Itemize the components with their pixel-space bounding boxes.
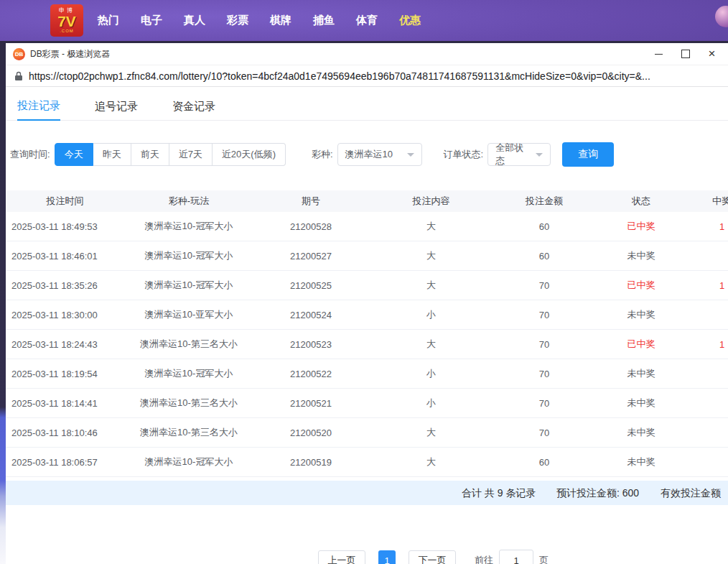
cell-amount: 60 [494, 251, 594, 262]
app-icon: DB [13, 48, 25, 60]
cell-game: 澳洲幸运10-亚军大小 [124, 308, 253, 321]
nav-item-4[interactable]: 棋牌 [259, 14, 302, 27]
cell-status: 已中奖 [594, 279, 688, 292]
url-bar[interactable]: https://ctop02pchwp1.zfnc84.com/lottery/… [6, 65, 728, 87]
cell-time: 2025-03-11 18:24:43 [6, 339, 124, 350]
time-filter-group: 今天昨天前天近7天近20天(低频) [55, 143, 286, 166]
maximize-icon [681, 50, 690, 58]
nav-item-5[interactable]: 捕鱼 [302, 14, 345, 27]
summary-total: 合计 共 9 条记录 [462, 481, 536, 505]
next-page-button[interactable]: 下一页 [409, 550, 456, 564]
cell-time: 2025-03-11 18:35:26 [6, 280, 124, 291]
page-unit-label: 页 [539, 554, 549, 564]
minimize-button[interactable] [645, 43, 672, 65]
table-row: 2025-03-11 18:46:01澳洲幸运10-冠军大小21200527大6… [6, 241, 728, 271]
logo-bottom-text: .COM [60, 29, 74, 33]
time-option-2[interactable]: 前天 [131, 143, 169, 166]
filter-row: 查询时间: 今天昨天前天近7天近20天(低频) 彩种: 澳洲幸运10 订单状态:… [6, 142, 728, 167]
cell-amount: 70 [494, 280, 594, 291]
cell-status: 已中奖 [594, 338, 688, 351]
cell-game: 澳洲幸运10-第三名大小 [124, 397, 253, 410]
maximize-button[interactable] [672, 43, 699, 65]
cell-amount: 70 [494, 427, 594, 438]
nav-item-6[interactable]: 体育 [345, 14, 388, 27]
record-tabs: 投注记录追号记录资金记录 [6, 91, 728, 121]
cell-game: 澳洲幸运10-冠军大小 [124, 367, 253, 380]
goto-page-input[interactable] [499, 550, 533, 564]
column-header-6: 中奖金额 [688, 195, 728, 208]
minimize-icon [655, 54, 663, 55]
cell-amount: 70 [494, 339, 594, 350]
cell-status: 未中奖 [594, 308, 688, 321]
cell-issue: 21200521 [253, 398, 368, 409]
user-avatar[interactable] [715, 6, 728, 27]
column-header-1: 彩种-玩法 [124, 195, 253, 208]
cell-amount: 60 [494, 457, 594, 468]
status-select[interactable]: 全部状态 [487, 143, 551, 166]
column-header-4: 投注金额 [494, 195, 594, 208]
cell-amount: 70 [494, 310, 594, 320]
table-row: 2025-03-11 18:14:41澳洲幸运10-第三名大小21200521小… [6, 389, 728, 418]
chevron-down-icon [407, 153, 414, 157]
summary-expected-amount: 预计投注金额: 600 [556, 481, 639, 505]
table-row: 2025-03-11 18:30:00澳洲幸运10-亚军大小21200524小7… [6, 300, 728, 330]
cell-content: 大 [368, 456, 494, 468]
site-logo[interactable]: 申博 7V .COM [50, 4, 83, 37]
nav-item-1[interactable]: 电子 [130, 14, 173, 27]
table-row: 2025-03-11 18:19:54澳洲幸运10-冠军大小21200522小7… [6, 359, 728, 389]
lottery-select[interactable]: 澳洲幸运10 [337, 143, 422, 166]
lottery-select-value: 澳洲幸运10 [345, 148, 393, 161]
cell-win: 1 [688, 339, 728, 350]
table-row: 2025-03-11 18:35:26澳洲幸运10-冠军大小21200525大7… [6, 271, 728, 300]
cell-win: 1 [688, 221, 728, 232]
time-option-3[interactable]: 近7天 [169, 143, 213, 166]
cell-game: 澳洲幸运10-冠军大小 [124, 220, 253, 233]
cell-content: 大 [368, 426, 494, 439]
current-page-button[interactable]: 1 [378, 550, 396, 564]
table-row: 2025-03-11 18:49:53澳洲幸运10-冠军大小21200528大6… [6, 212, 728, 241]
tab-2[interactable]: 资金记录 [172, 92, 215, 120]
cell-amount: 60 [494, 221, 594, 232]
tab-1[interactable]: 追号记录 [95, 92, 138, 120]
cell-status: 未中奖 [594, 367, 688, 380]
cell-issue: 21200525 [253, 280, 368, 291]
cell-issue: 21200523 [253, 339, 368, 350]
summary-valid-amount: 有效投注金额 [661, 481, 721, 505]
cell-content: 小 [368, 397, 494, 410]
logo-main-text: 7V [57, 14, 76, 29]
cell-issue: 21200528 [253, 221, 368, 232]
cell-status: 未中奖 [594, 249, 688, 262]
cell-win: 1 [688, 280, 728, 291]
nav-item-7[interactable]: 优惠 [388, 14, 431, 27]
bet-record-table: 投注时间彩种-玩法期号投注内容投注金额状态中奖金额 2025-03-11 18:… [6, 190, 728, 477]
summary-bar: 合计 共 9 条记录 预计投注金额: 600 有效投注金额 [6, 481, 728, 505]
cell-issue: 21200519 [253, 457, 368, 468]
site-topbar: 申博 7V .COM 热门电子真人彩票棋牌捕鱼体育优惠 [0, 0, 728, 41]
cell-content: 大 [368, 338, 494, 351]
table-body: 2025-03-11 18:49:53澳洲幸运10-冠军大小21200528大6… [6, 212, 728, 477]
time-option-1[interactable]: 昨天 [93, 143, 131, 166]
close-button[interactable]: × [699, 43, 725, 65]
browser-window: DB DB彩票 - 极速浏览器 × https://ctop02pchwp1.z… [6, 43, 728, 564]
cell-issue: 21200520 [253, 427, 368, 438]
search-button[interactable]: 查询 [562, 142, 614, 167]
window-title: DB彩票 - 极速浏览器 [30, 48, 110, 60]
time-option-4[interactable]: 近20天(低频) [213, 143, 286, 166]
column-header-5: 状态 [594, 195, 688, 208]
cell-amount: 70 [494, 369, 594, 379]
prev-page-button[interactable]: 上一页 [318, 550, 365, 564]
cell-issue: 21200524 [253, 310, 368, 320]
nav-item-0[interactable]: 热门 [87, 14, 130, 27]
lock-icon [14, 71, 23, 81]
tab-0[interactable]: 投注记录 [17, 91, 60, 121]
cell-issue: 21200522 [253, 369, 368, 379]
pagination: 上一页 1 下一页 前往 页 [318, 550, 549, 564]
time-filter-label: 查询时间: [10, 148, 50, 161]
main-nav: 热门电子真人彩票棋牌捕鱼体育优惠 [87, 0, 431, 41]
nav-item-2[interactable]: 真人 [173, 14, 216, 27]
cell-time: 2025-03-11 18:10:46 [6, 427, 124, 438]
column-header-2: 期号 [253, 195, 368, 208]
nav-item-3[interactable]: 彩票 [216, 14, 259, 27]
window-controls: × [645, 43, 725, 65]
time-option-0[interactable]: 今天 [55, 143, 93, 166]
